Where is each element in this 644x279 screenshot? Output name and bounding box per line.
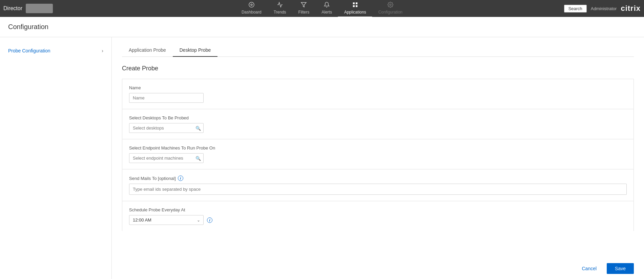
applications-icon (352, 2, 358, 9)
form-title: Create Probe (122, 65, 634, 72)
header: Director Dashboard Trends (0, 0, 644, 17)
main-container: Configuration Probe Configuration › Appl… (0, 17, 644, 279)
admin-dropdown[interactable]: Administrator (591, 6, 617, 11)
email-label: Send Mails To [optional] i (129, 176, 627, 181)
form-section-desktops: Select Desktops To Be Probed 🔍 (122, 109, 634, 139)
form-section-name: Name (122, 79, 634, 109)
filters-icon (301, 2, 307, 9)
tab-desktop-probe[interactable]: Desktop Probe (173, 44, 218, 57)
alerts-icon (324, 2, 330, 9)
svg-rect-4 (356, 2, 357, 4)
right-panel: Application Probe Desktop Probe Create P… (112, 37, 644, 279)
probe-configuration-link[interactable]: Probe Configuration (8, 48, 50, 53)
header-right: Search Administrator citrix (564, 4, 641, 13)
tab-application-probe[interactable]: Application Probe (122, 44, 173, 57)
header-left: Director (3, 4, 53, 13)
desktops-input[interactable] (129, 123, 204, 133)
nav-item-alerts[interactable]: Alerts (315, 0, 338, 17)
app-title: Director (3, 5, 22, 11)
svg-point-7 (390, 4, 391, 6)
save-button[interactable]: Save (607, 263, 634, 274)
nav-item-configuration: Configuration (372, 0, 409, 17)
desktops-label: Select Desktops To Be Probed (129, 115, 627, 120)
main-nav: Dashboard Trends Filters (235, 0, 409, 17)
desktops-search-wrapper: 🔍 (129, 123, 204, 133)
endpoint-label: Select Endpoint Machines To Run Probe On (129, 145, 627, 150)
nav-label-alerts: Alerts (321, 10, 332, 15)
schedule-label: Schedule Probe Everyday At (129, 207, 627, 212)
citrix-logo: citrix (621, 4, 641, 13)
form-section-schedule: Schedule Probe Everyday At 12:00 AM 1:00… (122, 201, 634, 231)
dashboard-icon (248, 2, 254, 9)
schedule-wrapper: 12:00 AM 1:00 AM 2:00 AM 3:00 AM 6:00 AM… (129, 215, 627, 225)
svg-marker-2 (301, 2, 306, 7)
schedule-select[interactable]: 12:00 AM 1:00 AM 2:00 AM 3:00 AM 6:00 AM… (129, 215, 204, 225)
form-section-endpoint: Select Endpoint Machines To Run Probe On… (122, 139, 634, 169)
svg-point-0 (249, 2, 254, 7)
svg-rect-3 (353, 2, 355, 4)
nav-item-filters[interactable]: Filters (292, 0, 316, 17)
configuration-icon (387, 2, 393, 9)
chevron-right-icon: › (102, 48, 103, 53)
page-header: Configuration (0, 17, 644, 37)
svg-rect-5 (353, 5, 355, 7)
nav-label-filters: Filters (298, 10, 310, 15)
nav-item-dashboard[interactable]: Dashboard (235, 0, 268, 17)
email-info-icon[interactable]: i (178, 176, 183, 181)
schedule-select-wrapper: 12:00 AM 1:00 AM 2:00 AM 3:00 AM 6:00 AM… (129, 215, 204, 225)
page-title: Configuration (8, 23, 636, 31)
svg-rect-6 (356, 5, 357, 7)
search-button[interactable]: Search (564, 5, 587, 13)
nav-label-dashboard: Dashboard (242, 10, 262, 15)
form-section-email: Send Mails To [optional] i (122, 169, 634, 201)
endpoint-input[interactable] (129, 153, 204, 163)
schedule-info-icon[interactable]: i (207, 217, 212, 223)
nav-label-applications: Applications (344, 10, 366, 15)
nav-label-configuration: Configuration (378, 10, 402, 15)
desktops-search-icon: 🔍 (195, 125, 201, 131)
bottom-actions: Cancel Save (565, 256, 644, 279)
name-label: Name (129, 85, 627, 90)
content-area: Probe Configuration › Application Probe … (0, 37, 644, 279)
nav-item-trends[interactable]: Trends (268, 0, 292, 17)
sidebar: Probe Configuration › (0, 37, 112, 279)
tabs-container: Application Probe Desktop Probe (122, 44, 634, 57)
endpoint-search-wrapper: 🔍 (129, 153, 204, 163)
svg-point-1 (251, 4, 252, 6)
nav-item-applications[interactable]: Applications (338, 0, 372, 17)
name-input[interactable] (129, 93, 204, 103)
email-input[interactable] (129, 184, 627, 195)
nav-label-trends: Trends (274, 10, 286, 15)
trends-icon (277, 2, 283, 9)
cancel-button[interactable]: Cancel (575, 263, 603, 274)
endpoint-search-icon: 🔍 (195, 156, 201, 161)
sidebar-item-probe-configuration[interactable]: Probe Configuration › (0, 44, 111, 57)
app-logo (26, 4, 53, 13)
